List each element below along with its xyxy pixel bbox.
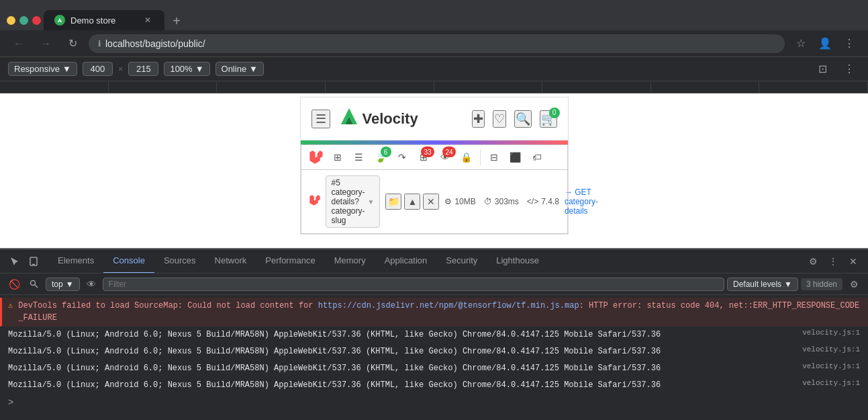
tab-performance[interactable]: Performance [256, 249, 324, 274]
win-close[interactable] [32, 16, 41, 25]
devtools-more[interactable]: ⋮ [824, 252, 842, 271]
responsive-settings[interactable]: ⊡ [812, 58, 833, 80]
tab-security[interactable]: Security [436, 249, 487, 274]
velocity-link-2[interactable]: velocity.js:1 [802, 345, 860, 353]
win-controls [7, 16, 41, 25]
eye-icon[interactable]: 👁 [83, 276, 100, 293]
url-bar[interactable]: ℹ localhost/bagisto/public/ [89, 34, 785, 53]
velocity-link-3[interactable]: velocity.js:1 [802, 362, 860, 370]
console-ua-line-4: Mozilla/5.0 (Linux; Android 6.0; Nexus 5… [0, 377, 868, 394]
svg-point-4 [31, 280, 36, 285]
cart-icon[interactable]: 🛒 0 [540, 110, 557, 128]
tab-lighthouse[interactable]: Lighthouse [487, 249, 548, 274]
time-icon: ⏱ [484, 197, 492, 206]
debugbar-eye-icon[interactable]: 👁 24 [436, 148, 454, 167]
ua-text-4: Mozilla/5.0 (Linux; Android 6.0; Nexus 5… [8, 379, 797, 391]
console-error-line: ⚠ DevTools failed to load SourceMap: Cou… [0, 298, 868, 327]
debugbar-action-btns: 📁 ▲ ✕ [385, 194, 439, 210]
php-version: 7.4.8 [541, 197, 559, 206]
win-minimize[interactable] [7, 16, 15, 25]
tab-close-btn[interactable]: ✕ [142, 14, 154, 26]
debugbar-list-icon[interactable]: ☰ [350, 148, 369, 167]
ruler-section-2 [109, 81, 218, 93]
eye-badge: 24 [442, 146, 455, 157]
active-tab[interactable]: Demo store ✕ [44, 10, 164, 30]
responsive-selector[interactable]: Responsive ▼ [8, 62, 77, 76]
console-filter-btn[interactable] [26, 276, 43, 293]
zoom-label: 100% [170, 64, 192, 74]
tab-sources[interactable]: Sources [154, 249, 205, 274]
debugbar-table-icon[interactable]: ⊟ [485, 148, 503, 167]
debugbar-grid-icon[interactable]: ⊞ [328, 148, 347, 167]
levels-selector[interactable]: Default levels ▼ [727, 278, 798, 291]
search-icon[interactable]: 🔍 [514, 110, 532, 128]
devtools-tab-icons [5, 252, 43, 271]
devtools-settings[interactable]: ⚙ [804, 252, 822, 271]
action-link[interactable]: → GET category-details [565, 187, 598, 216]
ruler-section-6 [542, 81, 651, 93]
toolbar-right: ☆ 👤 ⋮ [790, 33, 860, 54]
width-input[interactable] [83, 62, 113, 76]
debugbar-timer-icon[interactable]: 🍃 6 [371, 148, 390, 167]
tab-elements[interactable]: Elements [48, 249, 103, 274]
new-tab-button[interactable]: + [167, 11, 186, 30]
refresh-button[interactable]: ↻ [62, 33, 83, 54]
error-url-link[interactable]: https://cdn.jsdelivr.net/npm/@tensorflow… [318, 301, 579, 310]
context-dropdown-icon: ▼ [66, 280, 74, 289]
forward-button[interactable]: → [35, 33, 56, 54]
up-btn[interactable]: ▲ [404, 194, 420, 210]
console-ua-line-1: Mozilla/5.0 (Linux; Android 6.0; Nexus 5… [0, 327, 868, 343]
velocity-link-1[interactable]: velocity.js:1 [802, 329, 860, 337]
cursor-tool[interactable] [5, 252, 24, 271]
debugbar-code-icon[interactable]: ⬛ [506, 148, 525, 167]
lock-icon: ℹ [98, 39, 101, 48]
account-button[interactable]: 👤 [814, 33, 836, 54]
hamburger-menu[interactable]: ☰ [311, 110, 330, 128]
debugbar-laravel-icon[interactable] [307, 148, 326, 167]
ruler-section-3 [217, 81, 326, 93]
ruler-section-5 [434, 81, 543, 93]
ua-text-1: Mozilla/5.0 (Linux; Android 6.0; Nexus 5… [8, 329, 797, 341]
velocity-link-4[interactable]: velocity.js:1 [802, 379, 860, 387]
tab-console[interactable]: Console [103, 249, 154, 274]
debugbar-route[interactable]: #5 category-details?category-slug ▼ [326, 175, 381, 228]
time-info: ⏱ 303ms [484, 197, 519, 206]
win-maximize[interactable] [19, 16, 28, 25]
debugbar-arrow-icon[interactable]: ↷ [393, 148, 412, 167]
dimension-separator: × [118, 64, 124, 74]
responsive-label: Responsive [14, 64, 60, 74]
clear-console-btn[interactable]: 🚫 [5, 276, 23, 293]
tab-bar: Demo store ✕ [44, 0, 164, 30]
device-tool[interactable] [24, 252, 43, 271]
debugbar-db-icon[interactable]: ⊞ 33 [414, 148, 433, 167]
tab-memory[interactable]: Memory [325, 249, 375, 274]
devtools-close[interactable]: ✕ [844, 252, 863, 271]
console-settings[interactable]: ⚙ [845, 276, 863, 293]
console-output: ⚠ DevTools failed to load SourceMap: Cou… [0, 295, 868, 420]
debugbar-lock-icon[interactable]: 🔒 [457, 148, 476, 167]
online-selector[interactable]: Online ▼ [215, 62, 264, 76]
bookmark-button[interactable]: ☆ [790, 33, 812, 54]
folder-btn[interactable]: 📁 [385, 194, 401, 210]
wishlist-icon[interactable]: ♡ [493, 110, 506, 128]
add-to-wishlist-icon[interactable]: ✚ [472, 110, 485, 128]
close-btn[interactable]: ✕ [423, 194, 439, 210]
ruler-bar [0, 81, 868, 93]
tab-application[interactable]: Application [375, 249, 437, 274]
zoom-selector[interactable]: 100% ▼ [164, 62, 209, 76]
error-text: DevTools failed to load SourceMap: Could… [18, 300, 860, 324]
back-button[interactable]: ← [8, 33, 30, 54]
devtools-menu[interactable]: ⋮ [838, 58, 860, 80]
console-filter-input[interactable] [103, 278, 724, 291]
context-selector[interactable]: top ▼ [46, 278, 80, 291]
console-prompt: > [0, 394, 868, 410]
tab-network[interactable]: Network [205, 249, 256, 274]
tab-title: Demo store [70, 15, 115, 26]
memory-info: ⚙ 10MB [444, 197, 475, 206]
menu-button[interactable]: ⋮ [838, 33, 860, 54]
debugbar-tag-icon[interactable]: 🏷 [528, 148, 546, 167]
responsive-dropdown-icon: ▼ [62, 64, 71, 74]
route-dropdown-icon: ▼ [368, 198, 375, 206]
responsive-bar: Responsive ▼ × 100% ▼ Online ▼ ⊡ ⋮ [0, 57, 868, 81]
height-input[interactable] [128, 62, 158, 76]
